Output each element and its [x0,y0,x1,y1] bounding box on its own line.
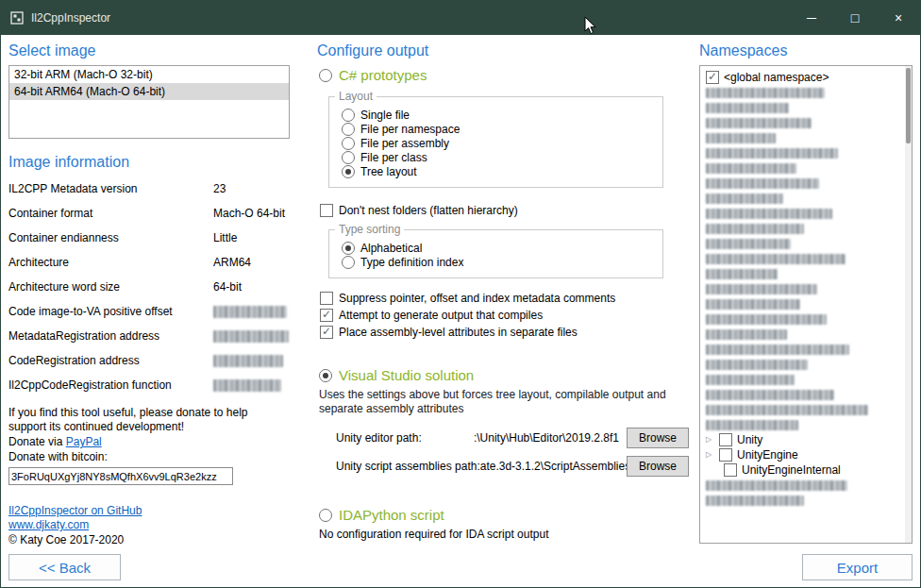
image-option[interactable]: 64-bit ARM64 (Mach-O 64-bit) [9,83,289,100]
maximize-button[interactable]: □ [833,1,877,35]
namespace-item[interactable] [706,478,912,493]
namespace-item[interactable]: ▷Unity [706,432,912,447]
namespace-label: UnityEngine [737,448,798,462]
namespace-item[interactable] [706,115,912,130]
checkbox-icon [724,463,737,477]
namespace-item[interactable] [706,372,912,387]
namespace-item[interactable] [706,387,912,402]
radio-icon [342,137,355,150]
donate-text: If you find this tool useful, please don… [8,406,287,434]
radio-icon [342,165,355,178]
redacted-namespace [706,88,825,98]
radio-icon [342,109,355,122]
namespace-item[interactable]: UnityEngineInternal [706,462,912,478]
namespace-item[interactable]: ▷UnityEngine [706,447,912,462]
flatten-label: Don't nest folders (flatten hierarchy) [339,204,518,217]
title-bar: Il2CppInspector ─ □ × [1,1,920,35]
namespace-item[interactable] [706,145,912,160]
namespace-item[interactable] [706,251,912,266]
paypal-link[interactable]: PayPal [66,435,102,448]
export-button[interactable]: Export [802,554,913,580]
expander-icon[interactable]: ▷ [706,447,714,462]
namespace-item[interactable] [706,266,912,281]
checkbox-icon [320,204,333,217]
visual-studio-radio[interactable]: Visual Studio solution [319,367,691,383]
radio-option[interactable]: Type definition index [342,255,662,269]
namespace-item[interactable] [706,236,912,251]
bitcoin-address-input[interactable] [8,467,233,485]
browse-editor-button[interactable]: Browse [627,428,689,448]
namespace-item[interactable] [706,130,912,145]
checkbox-option[interactable]: Place assembly-level attributes in separ… [320,325,691,339]
visual-studio-label: Visual Studio solution [339,367,474,383]
website-link[interactable]: www.djkaty.com [8,518,290,532]
minimize-button[interactable]: ─ [790,1,833,35]
redacted-namespace [706,224,804,234]
radio-icon [319,509,332,522]
image-option[interactable]: 32-bit ARM (Mach-O 32-bit) [9,66,289,83]
radio-option[interactable]: Tree layout [342,164,662,178]
radio-option[interactable]: Single file [342,108,662,122]
idapython-label: IDAPython script [339,507,444,523]
checkbox-option[interactable]: Attempt to generate output that compiles [320,308,691,322]
radio-icon [319,69,332,82]
image-info-table: IL2CPP Metadata version23Container forma… [8,182,290,393]
namespace-item[interactable] [706,176,912,191]
namespace-item[interactable] [706,191,912,206]
namespace-item[interactable] [706,417,912,432]
unity-script-path-label: Unity script assemblies path: [336,460,480,473]
csharp-prototypes-radio[interactable]: C# prototypes [319,67,691,83]
checkbox-option[interactable]: Suppress pointer, offset and index metad… [320,291,691,305]
unity-editor-path-value: :\Unity\Hub\Editor\2019.2.8f1 [422,431,627,445]
namespace-item[interactable]: <global namespace> [706,70,912,85]
checkbox-icon [719,448,732,462]
option-label: File per namespace [360,123,460,136]
radio-icon [342,123,355,136]
github-link[interactable]: Il2CppInspector on GitHub [8,504,290,518]
redacted-namespace [706,254,846,264]
namespace-item[interactable] [706,402,912,417]
redacted-namespace [706,118,812,128]
back-button[interactable]: << Back [8,554,121,580]
info-key: Container format [8,207,213,221]
expander-icon[interactable]: ▷ [706,432,714,447]
redacted-namespace [706,420,798,430]
namespace-list-items: <global namespace>▷Unity▷UnityEngineUnit… [706,70,912,508]
namespace-item[interactable] [706,206,912,221]
csharp-prototypes-label: C# prototypes [339,67,427,83]
image-list[interactable]: 32-bit ARM (Mach-O 32-bit)64-bit ARM64 (… [8,65,290,139]
radio-option[interactable]: File per assembly [342,136,662,150]
redacted-value [213,355,283,367]
browse-script-button[interactable]: Browse [627,456,689,477]
namespace-item[interactable] [706,311,912,327]
namespace-list[interactable]: <global namespace>▷Unity▷UnityEngineUnit… [699,65,913,544]
namespace-item[interactable] [706,342,912,357]
namespace-item[interactable] [706,493,912,508]
namespace-item[interactable] [706,100,912,115]
option-label: Attempt to generate output that compiles [339,309,543,322]
checkbox-icon [706,71,719,84]
close-button[interactable]: × [877,1,920,35]
flatten-checkbox[interactable]: Don't nest folders (flatten hierarchy) [320,203,691,217]
namespace-item[interactable] [706,160,912,176]
left-panel: Select image 32-bit ARM (Mach-O 32-bit)6… [8,35,290,588]
app-window: Il2CppInspector ─ □ × Select image 32-bi… [0,0,921,588]
info-key: Il2CppCodeRegistration function [8,378,213,393]
redacted-namespace [706,148,838,159]
namespace-item[interactable] [706,281,912,296]
namespace-item[interactable] [706,357,912,372]
checkbox-icon [320,292,333,305]
radio-option[interactable]: File per namespace [342,122,662,136]
radio-option[interactable]: Alphabetical [342,241,662,255]
redacted-namespace [706,329,787,340]
namespace-item[interactable] [706,327,912,342]
namespace-item[interactable] [706,85,912,100]
radio-option[interactable]: File per class [342,150,662,164]
scrollbar-thumb[interactable] [906,68,911,143]
redacted-namespace [706,496,804,506]
scrollbar-track[interactable] [905,66,912,543]
namespace-item[interactable] [706,221,912,236]
redacted-namespace [706,360,808,370]
idapython-radio[interactable]: IDAPython script [319,507,691,523]
namespace-item[interactable] [706,296,912,311]
